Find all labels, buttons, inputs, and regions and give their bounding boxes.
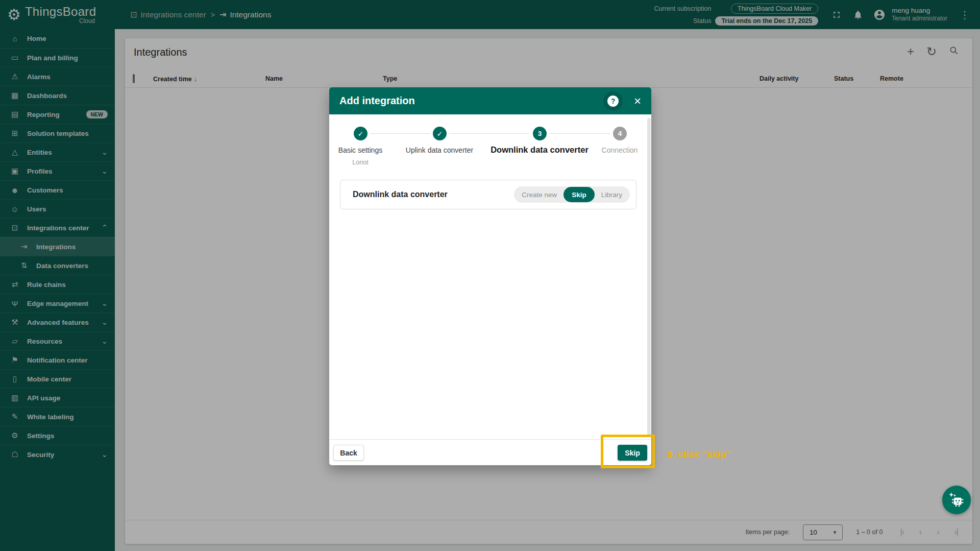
option-skip[interactable]: Skip (564, 187, 595, 202)
step-3-label: Downlink data converter (483, 145, 596, 155)
assistant-bot-button[interactable] (942, 486, 971, 514)
downlink-converter-field: Downlink data converter Create new Skip … (340, 180, 636, 209)
add-integration-dialog: Add integration ? × ✓ ✓ 3 4 Basic settin… (329, 87, 651, 465)
step-2-circle[interactable]: ✓ (433, 127, 447, 140)
help-icon: ? (607, 95, 619, 107)
assistant-bot-icon (947, 491, 966, 509)
step-2-label: Uplink data converter (399, 146, 480, 154)
close-icon[interactable]: × (631, 95, 644, 107)
option-library[interactable]: Library (595, 191, 629, 199)
dialog-header: Add integration ? × (329, 87, 651, 114)
help-button[interactable]: ? (603, 91, 623, 111)
step-1-circle[interactable]: ✓ (354, 127, 368, 140)
check-icon: ✓ (358, 130, 363, 138)
instruction-annotation: 9. click "skip" (667, 449, 731, 460)
skip-highlight-box (601, 435, 655, 468)
dialog-title: Add integration (339, 95, 415, 107)
option-create-new[interactable]: Create new (515, 191, 564, 199)
step-1-label: Basic settings (329, 146, 396, 154)
check-icon: ✓ (437, 130, 443, 138)
step-4-circle[interactable]: 4 (613, 127, 627, 140)
step-3-circle[interactable]: 3 (533, 127, 547, 140)
back-button[interactable]: Back (333, 445, 364, 461)
dialog-scrollbar[interactable] (647, 118, 651, 437)
step-1-sublabel: Loriot (329, 159, 396, 166)
step-4-label: Connection (589, 146, 650, 154)
wizard-stepper: ✓ ✓ 3 4 Basic settings Loriot Uplink dat… (329, 114, 651, 171)
field-label: Downlink data converter (353, 190, 448, 199)
converter-mode-toggle: Create new Skip Library (514, 186, 630, 203)
